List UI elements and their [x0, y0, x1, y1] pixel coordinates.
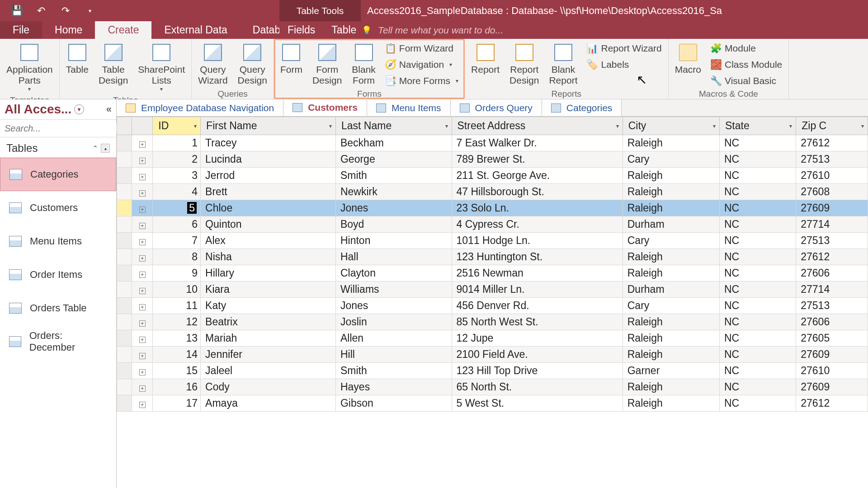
class-module-button[interactable]: 🧱Class Module [708, 58, 786, 71]
sharepoint-lists-button[interactable]: SharePoint Lists▾ [134, 41, 189, 94]
select-all-cell[interactable] [117, 117, 132, 135]
column-filter-icon[interactable]: ▾ [445, 123, 448, 129]
cell-city[interactable]: Raleigh [623, 168, 719, 184]
cell-last-name[interactable]: Smith [335, 168, 452, 184]
column-filter-icon[interactable]: ▾ [616, 123, 619, 129]
cell-zip[interactable]: 27610 [796, 363, 868, 379]
cell-state[interactable]: NC [719, 168, 796, 184]
expand-row-button[interactable]: + [132, 249, 153, 265]
cell-street-address[interactable]: 789 Brewer St. [452, 151, 623, 168]
cell-last-name[interactable]: Hall [335, 249, 452, 265]
expand-row-button[interactable]: + [132, 135, 153, 151]
cell-street-address[interactable]: 123 Hill Top Drive [452, 363, 623, 379]
column-header-state[interactable]: State▾ [719, 117, 796, 135]
save-icon[interactable]: 💾 [11, 5, 22, 16]
doc-tab-customers[interactable]: Customers [283, 99, 367, 116]
column-header-last-name[interactable]: Last Name▾ [335, 117, 452, 135]
cell-id[interactable]: 5 [153, 200, 201, 216]
cell-state[interactable]: NC [719, 347, 796, 363]
table-row[interactable]: +12BeatrixJoslin85 North West St.Raleigh… [117, 314, 868, 330]
doc-tab-menu-items[interactable]: Menu Items [367, 99, 451, 116]
cell-id[interactable]: 10 [153, 282, 201, 298]
expand-row-button[interactable]: + [132, 233, 153, 249]
expand-row-button[interactable]: + [132, 151, 153, 168]
cell-last-name[interactable]: Smith [335, 363, 452, 379]
cell-id[interactable]: 7 [153, 233, 201, 249]
cell-state[interactable]: NC [719, 200, 796, 216]
undo-icon[interactable]: ↶ [36, 5, 47, 16]
column-header-zip-co[interactable]: Zip C▾ [796, 117, 868, 135]
row-selector[interactable] [117, 135, 132, 151]
cell-id[interactable]: 12 [153, 314, 201, 330]
cell-id[interactable]: 14 [153, 347, 201, 363]
doc-tab-categories[interactable]: Categories [542, 99, 622, 116]
cell-street-address[interactable]: 456 Denver Rd. [452, 298, 623, 314]
redo-icon[interactable]: ↷ [60, 5, 71, 16]
expand-row-button[interactable]: + [132, 395, 153, 412]
cell-last-name[interactable]: Hill [335, 347, 452, 363]
cell-street-address[interactable]: 65 North St. [452, 379, 623, 395]
doc-tab-employee-database-navigation[interactable]: Employee Database Navigation [117, 99, 283, 116]
tab-file[interactable]: File [0, 21, 42, 39]
table-row[interactable]: +3JerrodSmith211 St. George Ave.RaleighN… [117, 168, 868, 184]
cell-city[interactable]: Cary [623, 151, 719, 168]
cell-state[interactable]: NC [719, 298, 796, 314]
table-row[interactable]: +6QuintonBoyd4 Cypress Cr.DurhamNC27714 [117, 216, 868, 233]
cell-city[interactable]: Raleigh [623, 347, 719, 363]
cell-zip[interactable]: 27606 [796, 265, 868, 282]
table-row[interactable]: +1TraceyBeckham7 East Walker Dr.RaleighN… [117, 135, 868, 151]
row-selector[interactable] [117, 363, 132, 379]
column-filter-icon[interactable]: ▾ [329, 123, 332, 129]
cell-street-address[interactable]: 47 Hillsborough St. [452, 184, 623, 200]
cell-zip[interactable]: 27612 [796, 135, 868, 151]
row-selector[interactable] [117, 184, 132, 200]
column-filter-icon[interactable]: ▾ [789, 123, 792, 129]
cell-state[interactable]: NC [719, 233, 796, 249]
cell-last-name[interactable]: Allen [335, 330, 452, 347]
cell-first-name[interactable]: Jaleel [201, 363, 336, 379]
column-header-first-name[interactable]: First Name▾ [201, 117, 336, 135]
cell-state[interactable]: NC [719, 216, 796, 233]
cell-street-address[interactable]: 2100 Field Ave. [452, 347, 623, 363]
cell-zip[interactable]: 27610 [796, 168, 868, 184]
cell-street-address[interactable]: 123 Huntington St. [452, 249, 623, 265]
cell-id[interactable]: 2 [153, 151, 201, 168]
cell-last-name[interactable]: Hinton [335, 233, 452, 249]
cell-city[interactable]: Raleigh [623, 135, 719, 151]
form-button[interactable]: Form [277, 41, 306, 77]
visual-basic-button[interactable]: 🔧Visual Basic [708, 74, 786, 88]
cell-last-name[interactable]: Clayton [335, 265, 452, 282]
cell-zip[interactable]: 27513 [796, 298, 868, 314]
row-selector[interactable] [117, 233, 132, 249]
row-selector[interactable] [117, 314, 132, 330]
nav-item-order-items[interactable]: Order Items [0, 258, 116, 291]
nav-item-customers[interactable]: Customers [0, 191, 116, 225]
table-row[interactable]: +9HillaryClayton2516 NewmanRaleighNC2760… [117, 265, 868, 282]
nav-item-orders-table[interactable]: Orders Table [0, 291, 116, 325]
column-header-city[interactable]: City▾ [623, 117, 719, 135]
expand-row-button[interactable]: + [132, 298, 153, 314]
column-filter-icon[interactable]: ▾ [194, 123, 197, 129]
cell-first-name[interactable]: Mariah [201, 330, 336, 347]
cell-id[interactable]: 15 [153, 363, 201, 379]
cell-id[interactable]: 17 [153, 395, 201, 412]
query-wizard-button[interactable]: Query Wizard [194, 41, 231, 88]
cell-street-address[interactable]: 7 East Walker Dr. [452, 135, 623, 151]
qat-customize-icon[interactable]: ▾ [85, 5, 95, 16]
cell-first-name[interactable]: Alex [201, 233, 336, 249]
nav-item-menu-items[interactable]: Menu Items [0, 225, 116, 258]
cell-first-name[interactable]: Brett [201, 184, 336, 200]
cell-city[interactable]: Raleigh [623, 200, 719, 216]
table-row[interactable]: +8NishaHall123 Huntington St.RaleighNC27… [117, 249, 868, 265]
cell-last-name[interactable]: Williams [335, 282, 452, 298]
cell-id[interactable]: 16 [153, 379, 201, 395]
cell-id[interactable]: 6 [153, 216, 201, 233]
row-selector[interactable] [117, 200, 132, 216]
form-design-button[interactable]: Form Design [309, 41, 345, 88]
cell-last-name[interactable]: Jones [335, 298, 452, 314]
cell-first-name[interactable]: Jerrod [201, 168, 336, 184]
row-selector[interactable] [117, 249, 132, 265]
cell-street-address[interactable]: 211 St. George Ave. [452, 168, 623, 184]
column-filter-icon[interactable]: ▾ [713, 123, 716, 129]
cell-state[interactable]: NC [719, 151, 796, 168]
